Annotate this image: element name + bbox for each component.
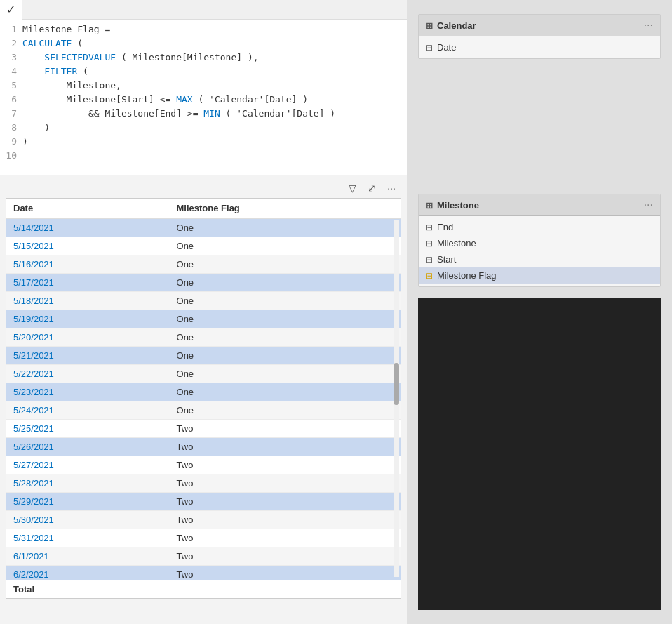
spacer [418,70,661,182]
filter-icon[interactable]: ▽ [345,181,359,195]
scrollbar[interactable] [394,220,399,577]
code-editor: ✓ 1 2 3 4 5 6 7 8 9 10 Milestone Flag = [0,0,407,175]
table-row: One [170,291,401,310]
end-field-icon [426,222,433,232]
code-content[interactable]: Milestone Flag = CALCULATE ( SELECTEDVAL… [22,22,407,163]
table-row: 5/21/2021 [6,346,170,364]
table-row: 5/18/2021 [6,291,170,310]
table-row: One [170,383,401,401]
table-row: 5/15/2021 [6,237,170,255]
main-layout: ✓ 1 2 3 4 5 6 7 8 9 10 Milestone Flag = [0,0,672,624]
table-row: One [170,328,401,346]
table-row: 6/1/2021 [6,547,170,565]
table-row: 5/17/2021 [6,273,170,291]
milestone-flag-icon [426,270,433,281]
code-line-1: Milestone Flag = [22,22,407,36]
date-field-label: Date [437,42,456,53]
table-row: Two [170,529,401,547]
table-row: 5/29/2021 [6,492,170,510]
table-row: Two [170,547,401,565]
editor-header: ✓ [0,0,407,20]
milestone-card-body: End Milestone Start Milestone Flag [419,216,660,286]
table-row: 5/31/2021 [6,529,170,547]
code-line-2: CALCULATE ( [22,36,407,51]
milestone-start-field[interactable]: Start [419,251,660,267]
code-line-3: SELECTEDVALUE ( Milestone[Milestone] ), [22,51,407,65]
table-row: 5/24/2021 [6,401,170,419]
table-row: 5/23/2021 [6,383,170,401]
col-milestone-flag[interactable]: Milestone Flag [170,199,401,218]
code-lines: 1 2 3 4 5 6 7 8 9 10 Milestone Flag = CA… [0,20,407,166]
calendar-card-dots[interactable]: ··· [644,19,653,32]
table-row: 5/20/2021 [6,328,170,346]
left-panel: ✓ 1 2 3 4 5 6 7 8 9 10 Milestone Flag = [0,0,407,624]
table-row: 5/14/2021 [6,218,170,237]
scrollbar-thumb[interactable] [394,363,399,405]
milestone-title-text: Milestone [437,200,479,211]
table-row: 5/26/2021 [6,437,170,456]
table-row: 5/28/2021 [6,474,170,492]
code-line-7: && Milestone[End] >= MIN ( 'Calendar'[Da… [22,107,407,121]
table-footer: Total [6,580,401,598]
start-field-icon [426,254,433,265]
code-line-9: ) [22,135,407,149]
table-row: One [170,401,401,419]
checkmark-button[interactable]: ✓ [0,0,22,20]
right-panel: Calendar ··· Date Milestone ··· [407,0,672,624]
milestone-field-icon [426,238,433,248]
calendar-card-header: Calendar ··· [419,15,660,36]
table-row: Two [170,474,401,492]
table-area: ▽ ⤢ ··· Date Milestone Flag 5/ [0,175,407,624]
table-row: One [170,218,401,237]
milestone-card-header: Milestone ··· [419,194,660,216]
calendar-card-body: Date [419,36,660,58]
data-table: Date Milestone Flag 5/14/2021One5/15/202… [6,199,401,584]
milestone-flag-field[interactable]: Milestone Flag [419,267,660,284]
table-row: Two [170,419,401,437]
milestone-table-icon [426,200,433,211]
code-line-6: Milestone[Start] <= MAX ( 'Calendar'[Dat… [22,93,407,107]
table-toolbar: ▽ ⤢ ··· [3,178,404,198]
table-row: 5/25/2021 [6,419,170,437]
more-options-icon[interactable]: ··· [384,181,398,195]
code-line-5: Milestone, [22,79,407,93]
table-row: 5/27/2021 [6,456,170,474]
col-date[interactable]: Date [6,199,170,218]
table-row: Two [170,492,401,510]
table-row: Two [170,437,401,456]
data-table-container: Date Milestone Flag 5/14/2021One5/15/202… [6,198,401,599]
table-row: One [170,346,401,364]
table-row: Two [170,510,401,529]
milestone-flag-label: Milestone Flag [437,270,497,281]
calendar-date-field[interactable]: Date [419,39,660,55]
table-row: 5/30/2021 [6,510,170,529]
date-field-icon [426,42,433,53]
code-line-4: FILTER ( [22,65,407,79]
table-row: 5/22/2021 [6,364,170,383]
milestone-card-dots[interactable]: ··· [644,199,653,211]
expand-icon[interactable]: ⤢ [365,181,379,195]
table-row: 5/16/2021 [6,255,170,273]
milestone-end-field[interactable]: End [419,219,660,235]
table-row: One [170,237,401,255]
end-field-label: End [437,222,453,232]
table-row: Two [170,456,401,474]
table-row: One [170,364,401,383]
milestone-card: Milestone ··· End Milestone Start [418,194,661,287]
start-field-label: Start [437,254,456,265]
milestone-field-label: Milestone [437,238,476,248]
calendar-title-text: Calendar [437,20,476,31]
code-line-8: ) [22,121,407,135]
calendar-card-title: Calendar [426,20,476,31]
line-numbers: 1 2 3 4 5 6 7 8 9 10 [0,22,22,163]
calendar-card: Calendar ··· Date [418,14,661,59]
table-row: One [170,310,401,328]
calendar-table-icon [426,20,433,31]
table-row: One [170,273,401,291]
milestone-card-title: Milestone [426,200,479,211]
table-row: One [170,255,401,273]
bottom-black-area [418,298,661,610]
table-row: 5/19/2021 [6,310,170,328]
milestone-milestone-field[interactable]: Milestone [419,235,660,251]
